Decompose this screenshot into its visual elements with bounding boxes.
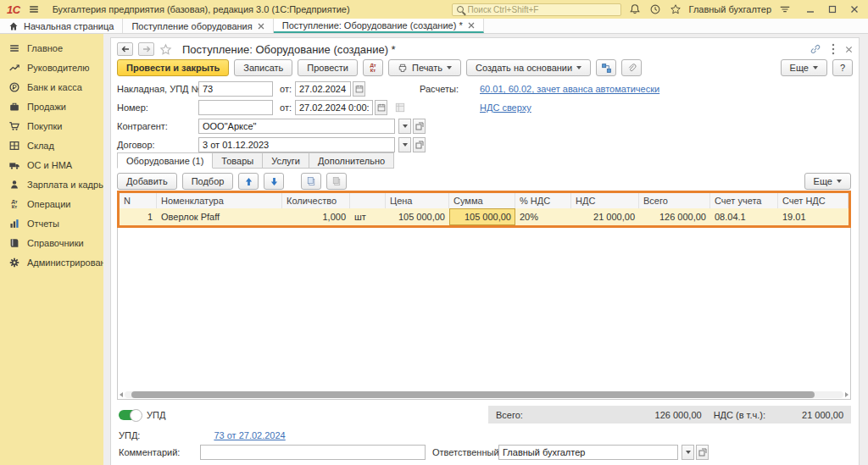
duplicate-row-button[interactable] [326,173,347,190]
contractor-dropdown-button[interactable] [398,119,411,134]
col-price[interactable]: Цена [386,193,449,208]
cell-vat-account[interactable]: 19.01 [778,208,849,225]
upd-document-link[interactable]: 73 от 27.02.2024 [214,430,285,440]
col-sum[interactable]: Сумма [449,193,515,208]
cell-vat-rate[interactable]: 20% [515,208,571,225]
contractor-open-button[interactable] [413,119,426,134]
get-link-icon[interactable] [810,43,821,55]
table-more-button[interactable]: Еще [804,173,851,190]
invoice-date-calendar-button[interactable] [353,81,365,97]
col-n[interactable]: N [120,193,157,208]
table-row[interactable]: 1 Оверлок Pfaff 1,000 шт 105 000,00 105 … [120,208,849,225]
sidebar-item-bank-i-kassa[interactable]: Банк и касса [0,77,103,97]
minimize-icon[interactable] [804,3,817,16]
close-window-icon[interactable] [848,3,861,16]
sidebar-item-pokupki[interactable]: Покупки [0,116,103,136]
scroll-right-icon[interactable] [845,392,849,397]
invoice-number-input[interactable] [198,81,273,97]
form-more-button[interactable]: Еще [781,59,827,76]
tab-close-icon[interactable] [258,23,264,30]
help-button[interactable]: ? [832,59,853,76]
sidebar-item-spravochniki[interactable]: Справочники [0,233,103,252]
create-based-on-button[interactable]: Создать на основании [466,59,591,76]
col-vat-account[interactable]: Счет НДС [778,193,849,208]
tab-dopolnitelno[interactable]: Дополнительно [309,152,394,169]
cell-n[interactable]: 1 [120,208,157,225]
notifications-bell-icon[interactable] [628,3,642,16]
vat-mode-link[interactable]: НДС сверху [480,102,531,113]
tab-close-icon[interactable] [468,22,475,29]
number-input[interactable] [198,100,273,115]
col-qty[interactable]: Количество [282,193,350,208]
col-nomenclature[interactable]: Номенклатура [157,193,282,208]
move-up-button[interactable] [238,173,259,190]
cell-qty[interactable]: 1,000 [282,208,350,225]
more-menu-icon[interactable] [832,43,835,55]
col-account[interactable]: Счет учета [710,193,778,208]
cell-nomenclature[interactable]: Оверлок Pfaff [157,208,282,225]
favorites-star-icon[interactable] [669,3,682,16]
doc-date-input[interactable] [295,100,373,115]
horizontal-scrollbar[interactable] [120,390,849,398]
comment-input[interactable] [200,445,426,460]
payments-settings-link[interactable]: 60.01, 60.02, зачет аванса автоматически [480,84,659,94]
cell-unit[interactable]: шт [350,208,386,225]
sidebar-item-glavnoe[interactable]: Главное [0,38,103,58]
sidebar-item-otchety[interactable]: Отчеты [0,213,103,233]
sidebar-item-operacii[interactable]: ДтКт Операции [0,194,103,213]
responsible-open-button[interactable] [696,445,709,460]
sidebar-item-zarplata-i-kadry[interactable]: Зарплата и кадры [0,174,103,194]
tab-uslugi[interactable]: Услуги [263,152,309,169]
post-button[interactable]: Провести [298,59,358,76]
sidebar-item-sklad[interactable]: Склад [0,136,103,155]
cell-vat[interactable]: 21 000,00 [571,208,639,225]
related-documents-button[interactable] [596,59,616,76]
pick-button[interactable]: Подбор [182,173,234,190]
cell-account[interactable]: 08.04.1 [710,208,778,225]
contract-open-button[interactable] [413,137,426,152]
maximize-icon[interactable] [826,3,839,16]
close-form-icon[interactable] [845,46,853,53]
search-input[interactable] [468,5,616,14]
col-vat[interactable]: НДС [571,193,639,208]
dtkt-postings-button[interactable]: ДтКт [363,59,383,76]
contractor-combobox[interactable]: ООО"Арксе" [198,119,395,134]
tab-oborudovanie[interactable]: Оборудование (1) [117,152,213,169]
sidebar-item-prodazhi[interactable]: Продажи [0,97,103,116]
post-and-close-button[interactable]: Провести и закрыть [117,59,229,76]
forward-button[interactable] [138,42,154,56]
col-vat-rate[interactable]: % НДС [515,193,571,208]
responsible-combobox[interactable]: Главный бухгалтер [498,445,678,460]
tab-postuplenie-sozdanie[interactable]: Поступление: Оборудование (создание) * [274,19,484,33]
responsible-dropdown-button[interactable] [682,445,694,460]
global-search[interactable] [452,3,621,16]
current-user[interactable]: Главный бухгалтер [689,4,771,14]
cell-price[interactable]: 105 000,00 [386,208,449,225]
col-unit[interactable] [350,193,386,208]
print-button[interactable]: Печать [388,59,461,76]
sidebar-item-administrirovanie[interactable]: Администрирование [0,252,103,272]
add-row-button[interactable]: Добавить [117,173,177,190]
invoice-date-input[interactable] [295,81,351,97]
back-button[interactable] [117,42,133,56]
scrollbar-thumb[interactable] [131,391,815,398]
save-button[interactable]: Записать [234,59,292,76]
upd-toggle[interactable] [119,410,141,420]
favorite-star-icon[interactable] [159,43,172,56]
main-menu-icon[interactable] [27,3,41,16]
service-settings-icon[interactable] [778,3,792,16]
tab-tovary[interactable]: Товары [213,152,263,169]
sidebar-item-os-i-nma[interactable]: ОС и НМА [0,155,103,174]
cell-sum-focused[interactable]: 105 000,00 [449,208,515,225]
doc-date-calendar-button[interactable] [375,100,387,115]
col-total[interactable]: Всего [639,193,710,208]
cell-total[interactable]: 126 000,00 [639,208,710,225]
copy-row-button[interactable] [301,173,321,190]
sidebar-item-rukovoditelyu[interactable]: Руководителю [0,58,103,77]
contract-combobox[interactable]: 3 от 01.12.2023 [198,137,395,152]
attachments-button[interactable] [621,59,642,76]
move-down-button[interactable] [264,173,284,190]
scroll-left-icon[interactable] [120,392,123,397]
contract-dropdown-button[interactable] [398,137,411,152]
tab-postuplenie-oborudovaniya[interactable]: Поступление оборудования [123,19,273,33]
